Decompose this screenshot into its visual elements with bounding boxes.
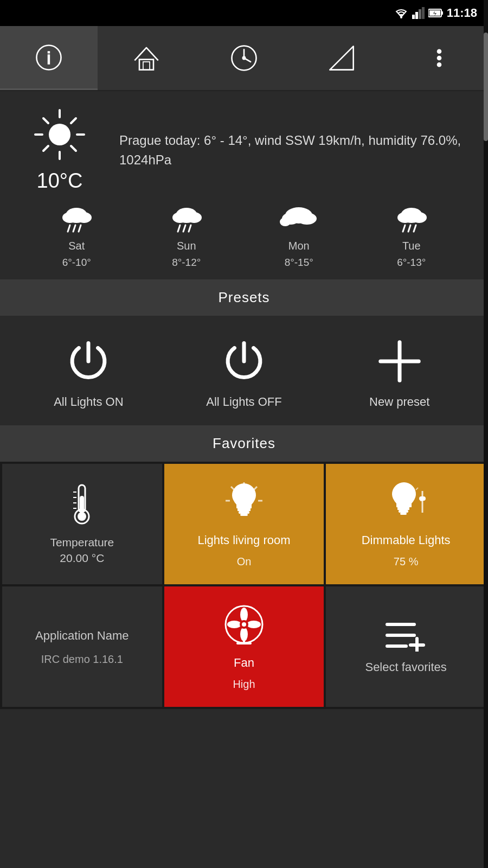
power-off-icon [220, 337, 268, 385]
svg-rect-74 [419, 496, 426, 501]
forecast-sun: Sun 8°-12° [170, 203, 203, 269]
fav-app-info: Application Name IRC demo 1.16.1 [2, 586, 162, 707]
cloud-rain-icon-sat [60, 203, 93, 235]
preset-all-off[interactable]: All Lights OFF [166, 337, 322, 409]
svg-line-41 [189, 225, 191, 232]
nav-bar: i [0, 26, 488, 91]
status-bar: 11:18 [0, 0, 488, 26]
svg-point-15 [242, 56, 245, 59]
svg-point-84 [242, 622, 246, 627]
svg-line-29 [43, 146, 48, 151]
weather-top: 10°C Prague today: 6° - 14°, wind SSW 19… [16, 107, 472, 193]
status-time: 11:18 [447, 6, 477, 20]
favorites-header: Favorites [0, 425, 488, 462]
signal-icon [412, 7, 425, 19]
dimmable-label: Dimmable Lights [362, 532, 451, 549]
select-favorites-icon [384, 619, 428, 654]
info-icon: i [35, 43, 63, 72]
svg-point-48 [412, 212, 427, 223]
forecast-sun-temp: 8°-12° [172, 257, 201, 269]
forecast-tue-temp: 6°-13° [397, 257, 426, 269]
svg-line-33 [68, 225, 70, 232]
svg-point-45 [280, 218, 291, 226]
svg-rect-69 [240, 514, 248, 516]
app-name-label: Application Name [35, 628, 129, 644]
svg-point-37 [172, 212, 188, 223]
forecast-sat-name: Sat [68, 240, 85, 252]
svg-rect-2 [415, 12, 418, 19]
svg-rect-77 [400, 513, 407, 515]
nav-clock[interactable] [195, 26, 293, 90]
forecast-sat: Sat 6°-10° [60, 203, 93, 269]
lights-living-status: On [237, 556, 252, 568]
cloud-icon-mon [280, 203, 318, 235]
svg-point-19 [437, 56, 441, 60]
svg-point-44 [297, 213, 317, 225]
temperature-label: Temperature20.00 °C [50, 534, 114, 566]
fav-temperature[interactable]: Temperature20.00 °C [2, 464, 162, 584]
svg-line-35 [79, 225, 81, 232]
power-on-icon [65, 337, 112, 385]
svg-line-40 [183, 225, 185, 232]
svg-point-80 [247, 621, 261, 628]
svg-text:i: i [47, 49, 51, 68]
forecast-tue-name: Tue [402, 240, 421, 252]
svg-point-0 [400, 16, 402, 18]
fan-status: High [233, 678, 255, 691]
svg-rect-4 [422, 7, 425, 19]
nav-info[interactable]: i [0, 26, 98, 90]
svg-point-18 [437, 49, 441, 53]
weather-current: 10°C [16, 107, 103, 193]
fan-icon [222, 603, 266, 648]
svg-line-26 [43, 118, 48, 123]
svg-line-49 [403, 225, 405, 232]
svg-rect-6 [441, 11, 443, 15]
battery-icon [428, 8, 444, 18]
svg-point-31 [62, 212, 78, 223]
forecast-mon-temp: 8°-15° [285, 257, 313, 269]
bulb-dim-icon [384, 480, 428, 526]
wifi-icon [394, 7, 409, 19]
weather-forecast: Sat 6°-10° Sun 8°-12° [16, 203, 472, 269]
preset-new-label: New preset [369, 395, 429, 409]
svg-rect-67 [237, 508, 251, 511]
sun-icon [33, 107, 87, 164]
weather-description: Prague today: 6° - 14°, wind SSW 19km/h,… [119, 131, 472, 170]
svg-line-28 [71, 118, 76, 123]
fav-dimmable[interactable]: Dimmable Lights 75 % [326, 464, 486, 584]
svg-point-38 [187, 212, 202, 223]
svg-line-17 [330, 46, 353, 69]
preset-new[interactable]: New preset [322, 337, 477, 409]
forecast-mon-name: Mon [288, 240, 310, 252]
svg-point-32 [76, 212, 92, 223]
chart-icon [328, 44, 356, 72]
scrollbar-thumb[interactable] [484, 33, 488, 141]
fav-lights-living[interactable]: Lights living room On [164, 464, 324, 584]
nav-more[interactable] [390, 26, 488, 90]
nav-signal[interactable] [293, 26, 390, 90]
preset-all-on-label: All Lights ON [54, 395, 123, 409]
thermometer-icon [66, 482, 98, 528]
status-icons: 11:18 [394, 6, 477, 20]
svg-rect-11 [143, 62, 150, 70]
fav-fan[interactable]: Fan High [164, 586, 324, 707]
bulb-glow-icon-living [222, 480, 266, 526]
clock-icon [230, 44, 258, 72]
nav-home[interactable] [98, 26, 195, 90]
dimmable-status: 75 % [394, 556, 419, 568]
svg-rect-68 [239, 511, 249, 514]
fav-select[interactable]: Select favorites [326, 586, 486, 707]
cloud-rain-icon-sun [170, 203, 203, 235]
svg-point-21 [49, 124, 70, 145]
favorites-section: Temperature20.00 °C [0, 462, 488, 709]
svg-point-57 [78, 512, 86, 521]
presets-section: All Lights ON All Lights OFF New preset [0, 316, 488, 425]
lights-living-label: Lights living room [197, 532, 290, 549]
weather-section: 10°C Prague today: 6° - 14°, wind SSW 19… [0, 91, 488, 279]
svg-line-71 [416, 488, 418, 490]
forecast-sun-name: Sun [177, 240, 196, 252]
more-icon [429, 48, 449, 68]
preset-all-on[interactable]: All Lights ON [11, 337, 166, 409]
svg-line-39 [178, 225, 180, 232]
svg-point-82 [227, 621, 241, 628]
